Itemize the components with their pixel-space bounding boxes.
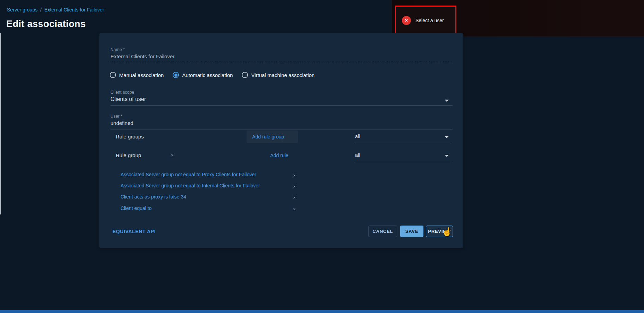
add-rule-button[interactable]: Add rule xyxy=(270,153,288,158)
radio-automatic-association[interactable]: Automatic association xyxy=(173,72,233,78)
name-underline xyxy=(110,62,453,62)
radio-label: Virtual machine association xyxy=(251,72,314,78)
name-input[interactable]: External Clients for Failover xyxy=(110,53,174,59)
preview-button[interactable]: PREVIEW xyxy=(426,226,453,237)
breadcrumb-separator: / xyxy=(40,7,42,12)
left-scroll-strip xyxy=(0,33,1,214)
rule-link[interactable]: Client equal to xyxy=(121,205,152,211)
add-rule-group-button[interactable]: Add rule group xyxy=(252,134,284,139)
radio-manual-association[interactable]: Manual association xyxy=(110,72,164,78)
radio-button-icon xyxy=(242,72,248,78)
remove-rule-icon[interactable]: × xyxy=(293,185,296,189)
rule-link[interactable]: Associated Server group not equal to Int… xyxy=(121,183,260,188)
rule-link[interactable]: Client acts as proxy is false 34 xyxy=(121,194,186,200)
user-input[interactable]: undefined xyxy=(110,120,133,126)
radio-button-icon xyxy=(110,72,116,78)
rule-groups-match-underline xyxy=(355,143,453,143)
rule-link[interactable]: Associated Server group not equal to Pro… xyxy=(121,172,256,177)
page-title: Edit associations xyxy=(6,19,86,29)
error-x-glyph: ✕ xyxy=(405,18,408,23)
radio-label: Manual association xyxy=(119,72,164,78)
breadcrumb-link-server-groups[interactable]: Server groups xyxy=(7,7,38,12)
radio-virtual-machine-association[interactable]: Virtual machine association xyxy=(242,72,314,78)
bottom-accent-bar xyxy=(0,310,644,313)
error-icon: ✕ xyxy=(402,16,411,25)
remove-rule-icon[interactable]: × xyxy=(293,207,296,211)
error-toast: ✕ Select a user xyxy=(395,6,456,35)
remove-rule-icon[interactable]: × xyxy=(293,174,296,178)
client-scope-select[interactable]: Clients of user xyxy=(110,96,146,102)
equivalent-api-link[interactable]: EQUIVALENT API xyxy=(113,229,156,234)
radio-button-icon xyxy=(173,72,179,78)
screen: Server groups/External Clients for Failo… xyxy=(0,0,644,313)
association-type-radio-group: Manual association Automatic association… xyxy=(110,72,315,78)
chevron-down-icon[interactable] xyxy=(445,136,449,138)
edit-associations-form: Name * External Clients for Failover Man… xyxy=(99,33,463,248)
user-underline xyxy=(110,129,453,129)
save-button[interactable]: SAVE xyxy=(400,226,423,237)
name-label: Name * xyxy=(110,47,125,52)
toast-message: Select a user xyxy=(415,18,444,23)
rule-groups-match-select[interactable]: all xyxy=(355,133,360,139)
rule-group-label: Rule group xyxy=(116,152,141,158)
chevron-down-icon[interactable] xyxy=(445,100,449,102)
remove-rule-group-icon[interactable]: × xyxy=(171,153,173,158)
cancel-button[interactable]: CANCEL xyxy=(368,226,397,237)
breadcrumb-link-current[interactable]: External Clients for Failover xyxy=(44,7,104,12)
remove-rule-icon[interactable]: × xyxy=(293,196,296,200)
client-scope-label: Client scope xyxy=(110,90,134,95)
rule-groups-label: Rule groups xyxy=(116,134,144,139)
radio-label: Automatic association xyxy=(182,72,233,78)
chevron-down-icon[interactable] xyxy=(445,155,449,157)
client-scope-underline xyxy=(110,105,453,106)
breadcrumb: Server groups/External Clients for Failo… xyxy=(7,7,104,12)
user-label: User * xyxy=(110,114,123,119)
rule-group-match-select[interactable]: all xyxy=(355,152,360,158)
rule-group-match-underline xyxy=(355,162,453,162)
